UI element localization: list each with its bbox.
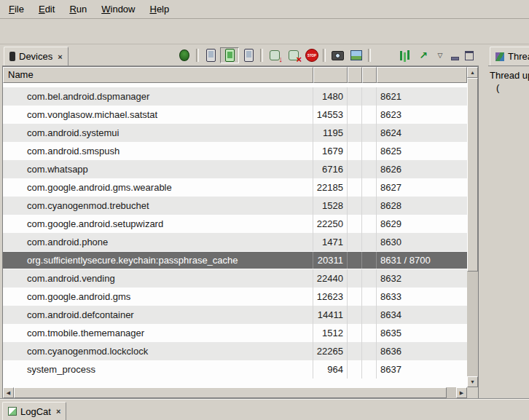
tab-logcat-label: LogCat [20,406,51,417]
screen-capture-icon[interactable] [328,47,347,63]
table-row[interactable]: com.bel.android.dspmanager14808621 [3,87,467,106]
menu-file[interactable]: File [1,1,31,17]
table-row[interactable]: org.sufficientlysecure.keychain:passphra… [3,251,467,269]
toolbar-separator [323,49,326,62]
screen-record-icon[interactable] [347,47,366,63]
cell-port: 8627 [377,178,467,197]
cause-gc-icon[interactable] [265,47,284,63]
close-icon[interactable]: × [58,52,62,61]
table-row[interactable]: com.android.phone14718630 [3,233,467,251]
devices-panel: Devices × STOP Name com.bel.android.dspm… [2,46,479,399]
vertical-scrollbar[interactable] [467,67,478,387]
cell-port: 8630 [377,233,467,251]
cell-port: 8621 [377,87,467,106]
menubar: FileEditRunWindowHelp [0,0,529,19]
menu-help[interactable]: Help [142,1,176,17]
cell-c1 [348,306,362,324]
cell-port: 8624 [377,124,467,142]
horizontal-scrollbar[interactable] [3,387,467,398]
device-table-body: com.bel.android.dspmanager14808621com.vo… [3,83,467,387]
scroll-down-icon[interactable] [467,376,478,387]
cell-c2 [362,306,377,324]
cell-name: com.whatsapp [3,160,313,178]
cell-port: 8633 [377,288,467,306]
cell-name: com.android.systemui [3,124,313,142]
scroll-up-icon[interactable] [467,67,478,78]
cell-pid: 1471 [313,233,348,251]
devices-toolbar: STOP [175,45,479,66]
cell-name: com.tmobile.thememanager [3,324,313,342]
threads-tabbar: Threads [488,46,529,66]
table-row[interactable]: com.tmobile.thememanager15128635 [3,324,467,342]
menu-run[interactable]: Run [62,1,94,17]
column-header-port[interactable] [377,67,467,83]
view-menu-icon[interactable] [433,47,447,63]
maximize-view-icon[interactable] [462,47,477,63]
cell-pid: 1512 [313,324,348,342]
column-header-1[interactable] [348,67,362,83]
column-header-pid[interactable] [313,67,348,83]
cell-port: 8625 [377,142,467,160]
table-row[interactable]: com.android.systemui11958624 [3,124,467,142]
cell-c2 [362,142,377,160]
kill-vm-icon[interactable] [284,47,303,63]
heap-updates-enabled-icon[interactable] [220,47,239,63]
cell-name: com.android.vending [3,269,313,288]
horizontal-scroll-thumb[interactable] [14,387,447,398]
tab-logcat[interactable]: LogCat × [2,402,66,420]
menu-window[interactable]: Window [94,1,142,17]
scroll-left-icon[interactable] [3,387,14,398]
tab-threads[interactable]: Threads [490,47,529,66]
dump-hprof-icon[interactable] [239,47,258,63]
table-row[interactable]: com.android.vending224408632 [3,269,467,288]
debug-process-icon[interactable] [175,47,194,63]
table-row[interactable]: system_process9648637 [3,360,467,379]
toolbar-separator [368,49,371,62]
cell-c2 [362,269,377,288]
table-row[interactable]: com.google.android.gms126238633 [3,288,467,306]
cell-c2 [362,360,377,379]
cell-port: 8637 [377,360,467,379]
table-row[interactable]: com.cyanogenmod.lockclock222658636 [3,342,467,360]
threads-content: Thread up ( [488,66,529,97]
cell-port: 8626 [377,160,467,178]
cell-port: 8635 [377,324,467,342]
table-row[interactable]: com.android.smspush16798625 [3,142,467,160]
method-profiling-icon[interactable] [414,47,433,63]
minimize-view-icon[interactable] [447,47,462,63]
cell-c2 [362,124,377,142]
threads-icon [495,52,504,61]
cell-c2 [362,233,377,251]
cell-c2 [362,106,377,124]
close-icon[interactable]: × [56,407,60,416]
table-row[interactable]: com.whatsapp67168626 [3,160,467,178]
column-header-2[interactable] [362,67,377,83]
tab-devices[interactable]: Devices × [4,47,68,66]
table-row[interactable]: com.google.android.setupwizard222508629 [3,215,467,233]
update-threads-icon[interactable] [395,47,414,63]
cell-pid: 964 [313,360,348,379]
column-header-name[interactable]: Name [3,67,313,83]
cell-pid: 14411 [313,306,348,324]
menu-edit[interactable]: Edit [31,1,62,17]
cell-name: com.cyanogenmod.trebuchet [3,197,313,215]
cell-c2 [362,160,377,178]
stop-process-icon[interactable]: STOP [305,49,318,62]
cell-c1 [348,178,362,197]
cell-name: com.bel.android.dspmanager [3,87,313,106]
cell-c1 [348,142,362,160]
threads-message-line2: ( [490,82,528,94]
logcat-bar: LogCat × [0,399,529,420]
cell-name: com.google.android.gms.wearable [3,178,313,197]
vertical-scroll-thumb[interactable] [467,78,478,272]
cell-c2 [362,197,377,215]
table-row[interactable]: com.android.defcontainer144118634 [3,306,467,324]
table-header: Name [3,67,467,83]
table-row[interactable]: com.vonglasow.michael.satstat145538623 [3,106,467,124]
update-heap-icon[interactable] [201,47,220,63]
scroll-right-icon[interactable] [456,387,467,398]
cell-c1 [348,124,362,142]
table-row[interactable]: com.cyanogenmod.trebuchet15288628 [3,197,467,215]
cell-name: com.google.android.setupwizard [3,215,313,233]
table-row[interactable]: com.google.android.gms.wearable221858627 [3,178,467,197]
